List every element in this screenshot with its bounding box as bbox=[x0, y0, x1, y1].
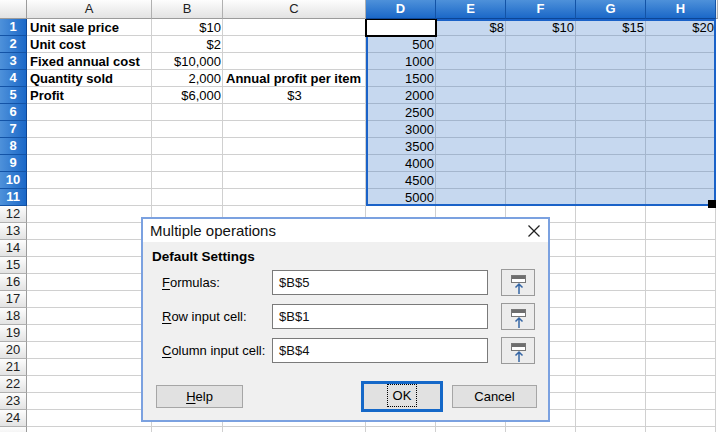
selection-handle[interactable] bbox=[708, 200, 716, 208]
cell-H16[interactable] bbox=[646, 274, 716, 291]
row-header-5[interactable]: 5 bbox=[0, 87, 27, 104]
cell-A19[interactable] bbox=[27, 325, 152, 342]
cell-A21[interactable] bbox=[27, 359, 152, 376]
cell-C25[interactable] bbox=[223, 427, 366, 432]
cell-G14[interactable] bbox=[576, 240, 646, 257]
cell-G23[interactable] bbox=[576, 393, 646, 410]
row-header-9[interactable]: 9 bbox=[0, 155, 27, 172]
cell-C3[interactable] bbox=[223, 53, 366, 70]
cell-A22[interactable] bbox=[27, 376, 152, 393]
column-header-E[interactable]: E bbox=[436, 0, 506, 19]
select-all-corner[interactable] bbox=[0, 0, 27, 19]
row-header-24[interactable]: 24 bbox=[0, 410, 27, 427]
cell-H12[interactable] bbox=[646, 206, 716, 223]
cell-A24[interactable] bbox=[27, 410, 152, 427]
ok-button[interactable]: OK bbox=[361, 381, 443, 412]
row-header-3[interactable]: 3 bbox=[0, 53, 27, 70]
row-header-22[interactable]: 22 bbox=[0, 376, 27, 393]
row-header-13[interactable]: 13 bbox=[0, 223, 27, 240]
cell-A14[interactable] bbox=[27, 240, 152, 257]
cell-C10[interactable] bbox=[223, 172, 366, 189]
cell-B25[interactable] bbox=[152, 427, 223, 432]
column-header-F[interactable]: F bbox=[506, 0, 576, 19]
row-input-shrink-button[interactable] bbox=[501, 303, 535, 330]
close-icon[interactable] bbox=[526, 223, 542, 239]
cell-C11[interactable] bbox=[223, 189, 366, 206]
cell-A23[interactable] bbox=[27, 393, 152, 410]
cell-H22[interactable] bbox=[646, 376, 716, 393]
cell-H19[interactable] bbox=[646, 325, 716, 342]
row-input-cell-input[interactable]: $B$1 bbox=[272, 304, 488, 329]
column-header-H[interactable]: H bbox=[646, 0, 716, 19]
cell-C2[interactable] bbox=[223, 36, 366, 53]
cell-A18[interactable] bbox=[27, 308, 152, 325]
row-header-4[interactable]: 4 bbox=[0, 70, 27, 87]
cell-G13[interactable] bbox=[576, 223, 646, 240]
column-header-C[interactable]: C bbox=[223, 0, 366, 19]
cell-G17[interactable] bbox=[576, 291, 646, 308]
cell-C6[interactable] bbox=[223, 104, 366, 121]
cell-A8[interactable] bbox=[27, 138, 152, 155]
cell-H17[interactable] bbox=[646, 291, 716, 308]
cell-G15[interactable] bbox=[576, 257, 646, 274]
cell-A15[interactable] bbox=[27, 257, 152, 274]
cell-H14[interactable] bbox=[646, 240, 716, 257]
cell-H18[interactable] bbox=[646, 308, 716, 325]
row-header-17[interactable]: 17 bbox=[0, 291, 27, 308]
column-header-B[interactable]: B bbox=[152, 0, 223, 19]
cell-A9[interactable] bbox=[27, 155, 152, 172]
cell-H23[interactable] bbox=[646, 393, 716, 410]
row-header-21[interactable]: 21 bbox=[0, 359, 27, 376]
row-header-16[interactable]: 16 bbox=[0, 274, 27, 291]
column-input-cell-input[interactable]: $B$4 bbox=[272, 338, 488, 363]
cell-H21[interactable] bbox=[646, 359, 716, 376]
row-header-23[interactable]: 23 bbox=[0, 393, 27, 410]
column-header-G[interactable]: G bbox=[576, 0, 646, 19]
formulas-shrink-button[interactable] bbox=[501, 269, 535, 296]
cell-E25[interactable] bbox=[436, 427, 506, 432]
cell-G19[interactable] bbox=[576, 325, 646, 342]
cell-H13[interactable] bbox=[646, 223, 716, 240]
cell-B6[interactable] bbox=[152, 104, 223, 121]
cell-C1[interactable] bbox=[223, 19, 366, 36]
row-header-12[interactable]: 12 bbox=[0, 206, 27, 223]
row-header-20[interactable]: 20 bbox=[0, 342, 27, 359]
active-cell-D1[interactable] bbox=[365, 18, 437, 37]
cell-G22[interactable] bbox=[576, 376, 646, 393]
cell-H24[interactable] bbox=[646, 410, 716, 427]
cell-D25[interactable] bbox=[366, 427, 436, 432]
formulas-input[interactable]: $B$5 bbox=[272, 270, 488, 295]
cell-G20[interactable] bbox=[576, 342, 646, 359]
cancel-button[interactable]: Cancel bbox=[452, 385, 537, 408]
row-header-14[interactable]: 14 bbox=[0, 240, 27, 257]
row-header-10[interactable]: 10 bbox=[0, 172, 27, 189]
cell-G12[interactable] bbox=[576, 206, 646, 223]
cell-H15[interactable] bbox=[646, 257, 716, 274]
cell-H25[interactable] bbox=[646, 427, 716, 432]
cell-A10[interactable] bbox=[27, 172, 152, 189]
cell-B9[interactable] bbox=[152, 155, 223, 172]
column-header-D[interactable]: D bbox=[366, 0, 436, 19]
cell-B7[interactable] bbox=[152, 121, 223, 138]
cell-B8[interactable] bbox=[152, 138, 223, 155]
row-header-11[interactable]: 11 bbox=[0, 189, 27, 206]
cell-A13[interactable] bbox=[27, 223, 152, 240]
row-header-6[interactable]: 6 bbox=[0, 104, 27, 121]
cell-C8[interactable] bbox=[223, 138, 366, 155]
cell-G25[interactable] bbox=[576, 427, 646, 432]
cell-A6[interactable] bbox=[27, 104, 152, 121]
cell-G21[interactable] bbox=[576, 359, 646, 376]
row-header-2[interactable]: 2 bbox=[0, 36, 27, 53]
cell-H20[interactable] bbox=[646, 342, 716, 359]
cell-A11[interactable] bbox=[27, 189, 152, 206]
column-header-A[interactable]: A bbox=[27, 0, 152, 19]
row-header-8[interactable]: 8 bbox=[0, 138, 27, 155]
cell-A12[interactable] bbox=[27, 206, 152, 223]
cell-A16[interactable] bbox=[27, 274, 152, 291]
row-header-25[interactable] bbox=[0, 427, 27, 432]
cell-A17[interactable] bbox=[27, 291, 152, 308]
column-input-shrink-button[interactable] bbox=[501, 337, 535, 364]
cell-G24[interactable] bbox=[576, 410, 646, 427]
cell-A20[interactable] bbox=[27, 342, 152, 359]
cell-G18[interactable] bbox=[576, 308, 646, 325]
